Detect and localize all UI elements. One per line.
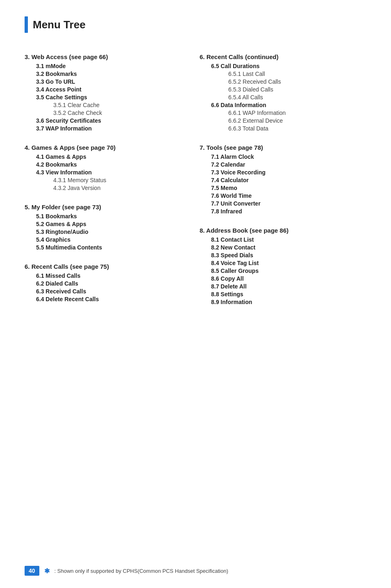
section-sub-item: 6.5.1 Last Call bbox=[228, 71, 366, 77]
section-item: 8.4 Voice Tag List bbox=[211, 260, 366, 266]
section-item: 5.1 Bookmarks bbox=[36, 213, 183, 220]
right-column: 6. Recent Calls (continued)6.5 Call Dura… bbox=[196, 53, 366, 318]
section: 6. Recent Calls (continued)6.5 Call Dura… bbox=[200, 53, 366, 132]
section-sub-item: 6.5.3 Dialed Calls bbox=[228, 86, 366, 93]
left-column: 3. Web Access (see page 66)3.1 mMode3.2 … bbox=[25, 53, 196, 318]
section-sub-item: 3.5.1 Clear Cache bbox=[53, 102, 183, 108]
section-item: 6.3 Received Calls bbox=[36, 288, 183, 295]
section-sub-item: 4.3.2 Java Version bbox=[53, 185, 183, 191]
section-item: 4.3 View Information bbox=[36, 169, 183, 176]
section-item: 3.4 Access Point bbox=[36, 86, 183, 93]
section-title: 8. Address Book (see page 86) bbox=[200, 227, 366, 234]
section-item: 7.7 Unit Converter bbox=[211, 200, 366, 207]
section-title: 6. Recent Calls (continued) bbox=[200, 53, 366, 60]
section-sub-item: 6.6.3 Total Data bbox=[228, 125, 366, 132]
page-header: Menu Tree bbox=[25, 16, 366, 33]
section-item: 6.4 Delete Recent Calls bbox=[36, 296, 183, 302]
section: 3. Web Access (see page 66)3.1 mMode3.2 … bbox=[25, 53, 183, 132]
page-content: Menu Tree 3. Web Access (see page 66)3.1… bbox=[0, 0, 391, 350]
section-item: 6.6 Data Information bbox=[211, 102, 366, 108]
section-item: 6.2 Dialed Calls bbox=[36, 280, 183, 287]
section-item: 7.3 Voice Recording bbox=[211, 169, 366, 176]
section-item: 8.7 Delete All bbox=[211, 283, 366, 290]
asterisk-icon: ✱ bbox=[44, 567, 50, 575]
section-title: 5. My Folder (see page 73) bbox=[25, 204, 183, 210]
section: 4. Games & Apps (see page 70)4.1 Games &… bbox=[25, 144, 183, 191]
section-title: 3. Web Access (see page 66) bbox=[25, 53, 183, 60]
section-item: 8.2 New Contact bbox=[211, 244, 366, 251]
section-item: 7.2 Calendar bbox=[211, 161, 366, 168]
section-sub-item: 6.5.2 Received Calls bbox=[228, 78, 366, 85]
section-item: 8.6 Copy All bbox=[211, 275, 366, 282]
section-item: 7.4 Calculator bbox=[211, 177, 366, 183]
section-item: 8.8 Settings bbox=[211, 291, 366, 297]
section-sub-item: 4.3.1 Memory Status bbox=[53, 177, 183, 183]
section-item: 3.6 Security Certificates bbox=[36, 117, 183, 124]
section-title: 4. Games & Apps (see page 70) bbox=[25, 144, 183, 151]
section-item: 6.5 Call Durations bbox=[211, 63, 366, 69]
page-footer: 40 ✱ : Shown only if supported by CPHS(C… bbox=[0, 566, 391, 576]
section: 8. Address Book (see page 86)8.1 Contact… bbox=[200, 227, 366, 305]
section-item: 5.4 Graphics bbox=[36, 236, 183, 243]
section-item: 5.5 Multimedia Contents bbox=[36, 244, 183, 251]
footer-note: : Shown only if supported by CPHS(Common… bbox=[55, 568, 228, 574]
section-item: 3.1 mMode bbox=[36, 63, 183, 69]
section-item: 3.5 Cache Settings bbox=[36, 94, 183, 101]
section-sub-item: 6.6.1 WAP Information bbox=[228, 110, 366, 116]
section-sub-item: 3.5.2 Cache Check bbox=[53, 110, 183, 116]
section: 7. Tools (see page 78)7.1 Alarm Clock7.2… bbox=[200, 144, 366, 215]
page-number: 40 bbox=[25, 566, 39, 576]
section-item: 7.1 Alarm Clock bbox=[211, 153, 366, 160]
section-item: 3.7 WAP Information bbox=[36, 125, 183, 132]
header-accent-bar bbox=[25, 16, 28, 33]
section: 5. My Folder (see page 73)5.1 Bookmarks5… bbox=[25, 204, 183, 251]
section-item: 6.1 Missed Calls bbox=[36, 272, 183, 279]
section: 6. Recent Calls (see page 75)6.1 Missed … bbox=[25, 263, 183, 302]
section-item: 4.2 Bookmarks bbox=[36, 161, 183, 168]
section-item: 7.5 Memo bbox=[211, 185, 366, 191]
content-columns: 3. Web Access (see page 66)3.1 mMode3.2 … bbox=[25, 53, 366, 318]
section-item: 8.9 Information bbox=[211, 299, 366, 305]
section-item: 7.6 World Time bbox=[211, 192, 366, 199]
page-title: Menu Tree bbox=[33, 18, 86, 31]
section-item: 5.3 Ringtone/Audio bbox=[36, 229, 183, 235]
section-title: 7. Tools (see page 78) bbox=[200, 144, 366, 151]
section-item: 3.2 Bookmarks bbox=[36, 71, 183, 77]
section-sub-item: 6.6.2 External Device bbox=[228, 117, 366, 124]
section-item: 8.3 Speed Dials bbox=[211, 252, 366, 259]
section-item: 5.2 Games & Apps bbox=[36, 221, 183, 227]
section-item: 8.5 Caller Groups bbox=[211, 268, 366, 274]
section-item: 4.1 Games & Apps bbox=[36, 153, 183, 160]
section-sub-item: 6.5.4 All Calls bbox=[228, 94, 366, 101]
section-item: 8.1 Contact List bbox=[211, 236, 366, 243]
section-title: 6. Recent Calls (see page 75) bbox=[25, 263, 183, 270]
section-item: 3.3 Go To URL bbox=[36, 78, 183, 85]
section-item: 7.8 Infrared bbox=[211, 208, 366, 215]
